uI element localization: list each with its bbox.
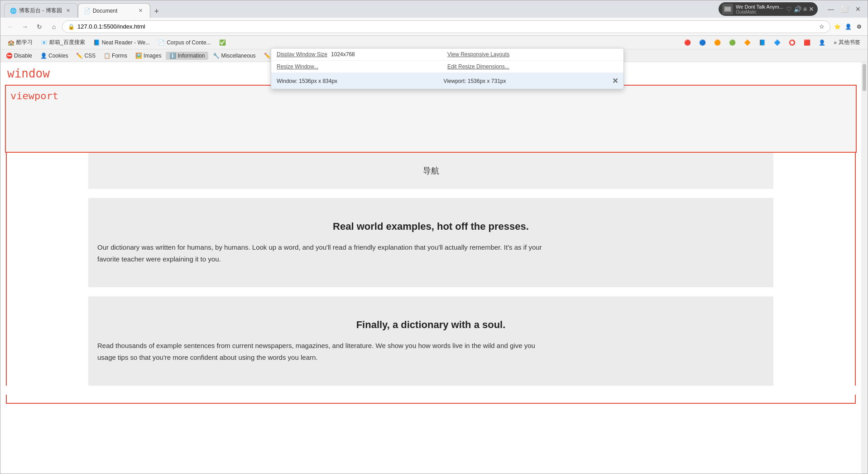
media-pill: We Dont Talk Anym... OutaMatic ♡ 🔊 ≡ ✕ <box>719 2 818 16</box>
bookmark-more[interactable]: » 其他书签 <box>830 38 864 47</box>
tab-1-close[interactable]: ✕ <box>65 7 72 15</box>
bookmark-br2-icon: 🔷 <box>774 39 781 46</box>
tab-1-label: 博客后台 - 博客园 <box>19 7 62 15</box>
lock-icon: 🔒 <box>68 24 75 30</box>
section-2-text: Read thousands of example sentences from… <box>97 340 550 363</box>
dropdown-info-bar: Window: 1536px x 834px Viewport: 1536px … <box>271 73 623 89</box>
dt-forms-icon: 📋 <box>104 53 110 59</box>
dropdown-row-2: Resize Window... Edit Resize Dimensions.… <box>271 61 623 73</box>
bookmark-check[interactable]: ✅ <box>216 39 230 47</box>
window-controls: — ⬜ ✕ <box>825 3 864 15</box>
window-label: window <box>7 67 50 80</box>
media-subtitle: OutaMatic <box>736 10 783 15</box>
bookmark-yellow[interactable]: 🔶 <box>740 39 754 47</box>
address-bar[interactable]: 🔒 ☆ <box>62 20 830 33</box>
section-1-title: Real world examples, hot off the presses… <box>97 221 764 232</box>
bookmark-more-icon: » <box>834 39 837 46</box>
dt-disable[interactable]: ⛔ Disable <box>2 52 36 60</box>
minimize-button[interactable]: — <box>825 3 837 15</box>
bookmark-corpus[interactable]: 📄 Corpus of Conte... <box>154 39 214 47</box>
bookmark-kuxuexi-icon: 🏫 <box>8 39 14 46</box>
content-border-top: viewport <box>5 85 857 153</box>
settings-icon[interactable]: ⚙ <box>854 22 864 32</box>
view-responsive-layouts-col: View Responsive Layouts <box>447 51 618 58</box>
bookmark-r5-icon: 🔶 <box>744 39 751 46</box>
bookmark-corpus-icon: 📄 <box>158 39 165 46</box>
media-info: We Dont Talk Anym... OutaMatic <box>736 4 783 15</box>
main-content-area: 导航 Real world examples, hot off the pres… <box>6 153 856 386</box>
bookmark-br5-icon: 👤 <box>819 39 825 46</box>
bookmark-orange[interactable]: 🟠 <box>710 39 724 47</box>
tab-2-close[interactable]: ✕ <box>137 7 144 15</box>
extensions-icon[interactable]: ⭐ <box>832 22 842 32</box>
star-icon[interactable]: ☆ <box>819 23 825 30</box>
refresh-button[interactable]: ↻ <box>33 20 46 33</box>
tab-1[interactable]: 🌐 博客后台 - 博客园 ✕ <box>4 3 78 18</box>
resize-window-link[interactable]: Resize Window... <box>277 63 318 70</box>
bookmark-neat-reader-label: Neat Reader - We... <box>102 39 150 46</box>
bookmark-red[interactable]: 🔴 <box>681 39 695 47</box>
dt-outline-icon: ✏️ <box>264 53 271 59</box>
tab-2-label: Document <box>93 8 134 14</box>
bookmark-blue[interactable]: 🔵 <box>695 39 710 47</box>
url-input[interactable] <box>77 23 816 30</box>
tab-2-favicon: 📄 <box>84 8 90 14</box>
dt-css[interactable]: ✏️ CSS <box>72 52 99 60</box>
bookmark-br1[interactable]: 📘 <box>755 39 769 47</box>
maximize-button[interactable]: ⬜ <box>839 3 850 15</box>
bookmark-br3[interactable]: ⭕ <box>785 39 799 47</box>
dt-cookies[interactable]: 👤 Cookies <box>37 52 72 60</box>
dt-css-label: CSS <box>84 53 96 59</box>
bookmark-br3-icon: ⭕ <box>789 39 796 46</box>
tab-bar: 🌐 博客后台 - 博客园 ✕ 📄 Document ✕ + <box>4 0 719 18</box>
bookmark-kuxuexi[interactable]: 🏫 酷学习 <box>4 38 36 47</box>
bookmark-neat-reader[interactable]: 📘 Neat Reader - We... <box>90 39 154 47</box>
page-scroll[interactable]: window viewport 导航 Real world examples, … <box>0 62 861 474</box>
dt-forms[interactable]: 📋 Forms <box>100 52 131 60</box>
bookmark-br4[interactable]: 🟥 <box>800 39 814 47</box>
scrollbar-thumb[interactable] <box>863 64 866 91</box>
dt-information-icon: ℹ️ <box>169 53 176 59</box>
dt-miscellaneous[interactable]: 🔧 Miscellaneous <box>209 52 259 60</box>
forward-button[interactable]: → <box>19 20 31 33</box>
view-responsive-layouts-link[interactable]: View Responsive Layouts <box>447 51 509 58</box>
media-thumbnail <box>722 4 733 15</box>
bookmark-green[interactable]: 🟢 <box>725 39 739 47</box>
home-button[interactable]: ⌂ <box>48 20 60 33</box>
section-2-title: Finally, a dictionary with a soul. <box>97 319 764 331</box>
section-1: Real world examples, hot off the presses… <box>88 198 773 287</box>
scrollbar-track[interactable] <box>861 62 868 474</box>
media-title: We Dont Talk Anym... <box>736 4 783 10</box>
media-controls: ♡ 🔊 ≡ ✕ <box>786 5 814 13</box>
account-icon[interactable]: 👤 <box>843 22 853 32</box>
page-content: window viewport 导航 Real world examples, … <box>0 62 868 474</box>
dt-cookies-icon: 👤 <box>40 53 47 59</box>
bookmark-email[interactable]: 📧 邮箱_百度搜索 <box>37 38 89 47</box>
dt-images-icon: 🖼️ <box>135 53 142 59</box>
edit-resize-dimensions-link[interactable]: Edit Resize Dimensions... <box>447 63 509 70</box>
bookmark-r4-icon: 🟢 <box>729 39 736 46</box>
dt-images[interactable]: 🖼️ Images <box>132 52 165 60</box>
nav-bar: ← → ↻ ⌂ 🔒 ☆ ⭐ 👤 ⚙ <box>0 18 868 36</box>
bookmark-neat-reader-icon: 📘 <box>93 39 100 46</box>
media-menu-icon[interactable]: ≡ <box>803 5 807 13</box>
dropdown-row-1: Display Window Size 1024x768 View Respon… <box>271 48 623 61</box>
media-volume-icon[interactable]: 🔊 <box>794 5 801 13</box>
close-button[interactable]: ✕ <box>852 3 864 15</box>
new-tab-button[interactable]: + <box>150 5 163 18</box>
display-window-size-link[interactable]: Display Window Size <box>277 51 327 58</box>
dt-information[interactable]: ℹ️ Information <box>166 52 208 60</box>
dropdown-close-button[interactable]: ✕ <box>612 77 618 85</box>
content-border-bottom <box>6 395 856 404</box>
bookmark-r1-icon: 🔴 <box>684 39 691 46</box>
media-close-icon[interactable]: ✕ <box>809 5 814 13</box>
nav-section: 导航 <box>88 153 773 189</box>
tab-2[interactable]: 📄 Document ✕ <box>78 3 150 18</box>
back-button[interactable]: ← <box>4 20 17 33</box>
bookmark-br5[interactable]: 👤 <box>815 39 829 47</box>
bookmark-br2[interactable]: 🔷 <box>770 39 784 47</box>
bookmark-kuxuexi-label: 酷学习 <box>16 39 33 46</box>
nav-text: 导航 <box>423 165 439 176</box>
svg-rect-2 <box>725 7 730 11</box>
media-heart-icon[interactable]: ♡ <box>786 5 792 13</box>
